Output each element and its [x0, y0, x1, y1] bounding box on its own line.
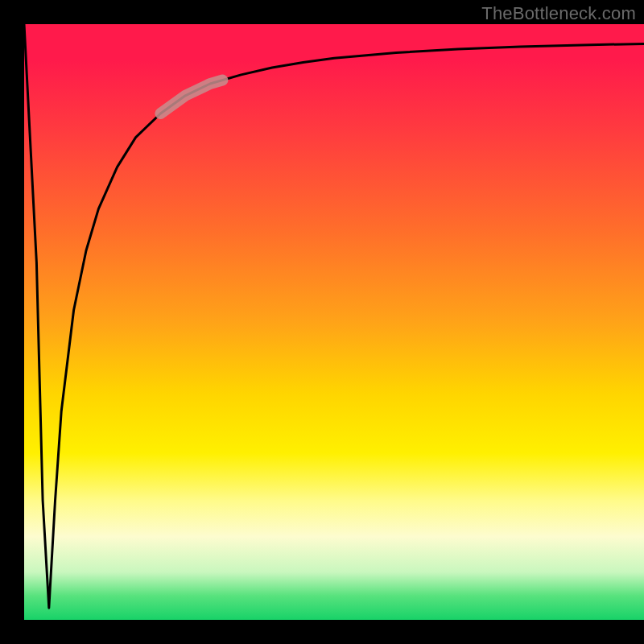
axis-frame-left [0, 0, 24, 644]
chart-stage: TheBottleneck.com [0, 0, 644, 644]
gradient-background [24, 24, 644, 620]
axis-frame-bottom [0, 620, 644, 644]
plot-area [24, 24, 644, 620]
watermark-text: TheBottleneck.com [481, 3, 636, 24]
